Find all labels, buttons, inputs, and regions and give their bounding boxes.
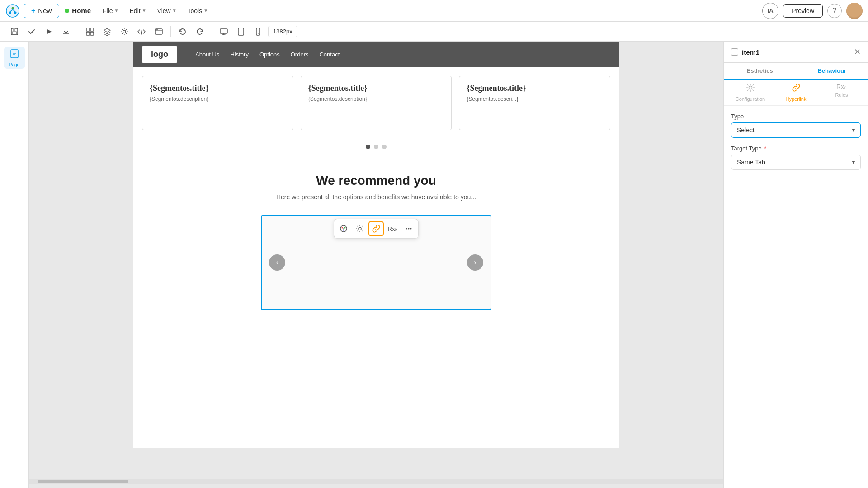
top-bar: + New Home File ▼ Edit ▼ View ▼ Tools ▼ … (0, 0, 868, 22)
desktop-view[interactable] (217, 24, 231, 39)
panel-body: Type Select URL Page Email Phone File ▼ … (724, 106, 868, 488)
sub-tab-hyperlink[interactable]: Hyperlink (777, 83, 815, 102)
more-btn[interactable] (401, 221, 416, 236)
carousel-next[interactable]: › (467, 254, 483, 271)
menu-bar: File ▼ Edit ▼ View ▼ Tools ▼ (98, 5, 212, 17)
components-tool[interactable] (83, 24, 97, 39)
tools-menu-arrow: ▼ (203, 8, 208, 13)
target-type-select[interactable]: Same Tab New Tab Modal Popup (731, 155, 861, 170)
panel-tabs: Esthetics Behaviour (724, 63, 868, 80)
sub-tab-configuration[interactable]: Configuration (731, 83, 769, 102)
segment-card-2: {Segmentos.title} {Segmentos.descri...} (459, 76, 610, 130)
svg-rect-9 (90, 28, 94, 31)
nav-about[interactable]: About Us (195, 51, 219, 58)
mobile-view[interactable] (251, 24, 265, 39)
nav-contact[interactable]: Contact (319, 51, 340, 58)
px-display: 1382px (268, 26, 297, 37)
top-bar-right: IA Preview ? (762, 3, 863, 19)
h-scrollbar[interactable] (29, 479, 723, 484)
home-text: Home (72, 7, 91, 14)
svg-point-31 (359, 227, 361, 230)
svg-point-33 (408, 228, 410, 230)
separator-2 (170, 26, 171, 37)
svg-rect-22 (11, 50, 18, 58)
rules-btn[interactable]: Rx₀ (385, 221, 400, 236)
tab-behaviour[interactable]: Behaviour (796, 63, 868, 80)
new-button[interactable]: + New (24, 4, 59, 18)
canvas-area: logo About Us History Options Orders Con… (29, 42, 723, 488)
svg-point-28 (344, 227, 346, 229)
segment-desc-1: {Segmentos.description} (308, 96, 444, 102)
segments-area: {Segmentos.title} {Segmentos.description… (133, 67, 619, 139)
dot-1[interactable] (366, 145, 370, 149)
nav-options[interactable]: Options (259, 51, 280, 58)
app-logo[interactable] (5, 4, 20, 18)
svg-rect-10 (86, 32, 90, 35)
preview-button[interactable]: Preview (783, 4, 823, 18)
dot-3[interactable] (382, 145, 387, 149)
segment-title-1: {Segmentos.title} (308, 84, 444, 93)
edit-menu[interactable]: Edit ▼ (125, 5, 151, 17)
target-type-field-label: Target Type * (731, 145, 861, 152)
separator-3 (212, 26, 212, 37)
ia-button[interactable]: IA (762, 3, 778, 19)
link-btn[interactable] (368, 221, 384, 236)
layers-tool[interactable] (100, 24, 114, 39)
tablet-view[interactable] (234, 24, 248, 39)
settings-tool[interactable] (117, 24, 132, 39)
canvas-scroll[interactable]: logo About Us History Options Orders Con… (29, 42, 723, 479)
panel-checkbox[interactable] (731, 48, 738, 56)
new-label: New (38, 7, 52, 14)
browser-tool[interactable] (151, 24, 166, 39)
svg-rect-17 (220, 29, 227, 33)
edit-menu-arrow: ▼ (142, 8, 146, 13)
hyperlink-label: Hyperlink (786, 96, 807, 102)
nav-history[interactable]: History (230, 51, 248, 58)
code-tool[interactable] (134, 24, 149, 39)
carousel-prev[interactable]: ‹ (269, 254, 285, 271)
type-select[interactable]: Select URL Page Email Phone File (731, 122, 861, 138)
check-tool[interactable] (24, 24, 39, 39)
user-avatar[interactable] (846, 3, 863, 19)
tab-esthetics[interactable]: Esthetics (724, 63, 796, 79)
sub-tab-rules[interactable]: Rx₀ Rules (822, 83, 861, 102)
avatar-image (846, 3, 863, 19)
toolbar: 1382px (0, 22, 868, 42)
svg-point-34 (410, 228, 412, 230)
panel-title: item1 (731, 48, 760, 56)
svg-rect-5 (13, 28, 15, 31)
sidebar-item-page[interactable]: Page (4, 47, 25, 69)
config-label: Configuration (736, 96, 765, 102)
view-menu[interactable]: View ▼ (153, 5, 181, 17)
undo-tool[interactable] (175, 24, 190, 39)
type-field-label: Type (731, 113, 861, 120)
settings-btn[interactable] (352, 221, 368, 236)
rules-icon: Rx₀ (836, 83, 847, 90)
play-tool[interactable] (42, 24, 56, 39)
recommend-desc: Here we present all the options and bene… (142, 193, 610, 201)
required-mark: * (764, 145, 766, 152)
redo-tool[interactable] (193, 24, 207, 39)
panel-header: item1 ✕ (724, 42, 868, 63)
svg-point-3 (14, 11, 17, 14)
file-menu[interactable]: File ▼ (98, 5, 123, 17)
recommend-title: We recommend you (142, 174, 610, 188)
page-nav: About Us History Options Orders Contact (195, 51, 340, 58)
nav-orders[interactable]: Orders (291, 51, 309, 58)
right-panel: item1 ✕ Esthetics Behaviour Configuratio… (723, 42, 868, 488)
panel-close-button[interactable]: ✕ (854, 47, 861, 57)
export-tool[interactable] (59, 24, 73, 39)
tools-menu[interactable]: Tools ▼ (183, 5, 213, 17)
config-icon (746, 83, 755, 94)
segment-desc-0: {Segmentos.description} (150, 96, 286, 102)
save-tool[interactable] (7, 24, 22, 39)
sub-tabs: Configuration Hyperlink Rx₀ Rules (724, 80, 868, 106)
dot-2[interactable] (374, 145, 378, 149)
svg-point-1 (9, 11, 11, 14)
canvas-content: logo About Us History Options Orders Con… (133, 42, 619, 448)
help-button[interactable]: ? (827, 4, 842, 18)
svg-point-27 (342, 227, 343, 229)
svg-point-21 (258, 33, 259, 34)
palette-btn[interactable] (336, 221, 351, 236)
h-scroll-thumb[interactable] (38, 480, 128, 483)
